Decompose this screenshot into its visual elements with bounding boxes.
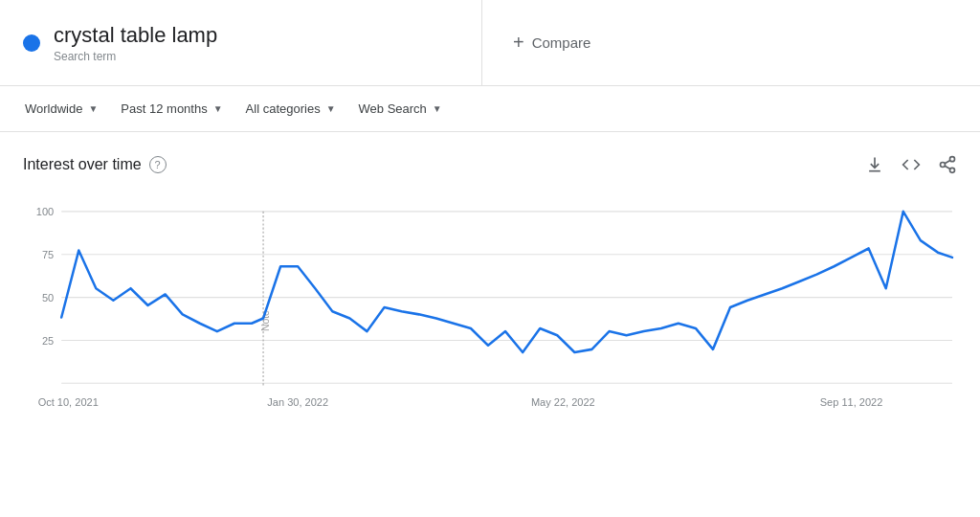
chevron-down-icon: ▼	[433, 103, 442, 114]
time-filter-label: Past 12 months	[121, 101, 207, 116]
svg-line-3	[945, 166, 950, 169]
search-term-section: crystal table lamp Search term	[0, 0, 482, 85]
chart-actions	[865, 155, 957, 174]
plus-icon: +	[513, 32, 524, 54]
svg-point-2	[950, 168, 955, 172]
embed-button[interactable]	[902, 155, 921, 174]
search-term-title: crystal table lamp	[54, 23, 217, 48]
compare-section: + Compare	[482, 0, 980, 85]
help-icon[interactable]: ?	[149, 156, 167, 173]
search-dot	[23, 34, 40, 52]
location-filter[interactable]: Worldwide ▼	[15, 96, 107, 122]
header: crystal table lamp Search term + Compare	[0, 0, 980, 86]
chevron-down-icon: ▼	[326, 103, 336, 114]
svg-text:Oct 10, 2021: Oct 10, 2021	[38, 396, 99, 408]
chart-header: Interest over time ?	[0, 147, 980, 182]
svg-line-4	[945, 160, 950, 163]
search-term-label: Search term	[54, 50, 217, 63]
svg-text:Jan 30, 2022: Jan 30, 2022	[267, 396, 328, 408]
share-button[interactable]	[938, 155, 957, 174]
search-type-filter-label: Web Search	[359, 101, 427, 116]
compare-label: Compare	[532, 34, 591, 51]
svg-text:75: 75	[42, 249, 54, 260]
download-button[interactable]	[865, 155, 884, 174]
compare-button[interactable]: + Compare	[513, 32, 590, 54]
filters-bar: Worldwide ▼ Past 12 months ▼ All categor…	[0, 86, 980, 132]
svg-text:100: 100	[36, 206, 54, 217]
svg-text:50: 50	[42, 292, 54, 303]
chart-container: 100 75 50 25 Note Oct 10, 2021 Jan 30, 2…	[0, 182, 980, 434]
chart-title-area: Interest over time ?	[23, 156, 167, 173]
svg-text:Sep 11, 2022: Sep 11, 2022	[820, 396, 883, 408]
location-filter-label: Worldwide	[25, 101, 82, 116]
time-filter[interactable]: Past 12 months ▼	[111, 96, 232, 122]
svg-text:25: 25	[42, 334, 54, 346]
svg-point-1	[941, 163, 946, 168]
chart-title: Interest over time	[23, 156, 142, 173]
category-filter[interactable]: All categories ▼	[236, 96, 345, 122]
svg-point-0	[950, 157, 955, 162]
chart-section: Interest over time ? 100 75 50	[0, 132, 980, 434]
svg-text:May 22, 2022: May 22, 2022	[531, 396, 595, 408]
search-type-filter[interactable]: Web Search ▼	[349, 96, 452, 122]
search-term-info: crystal table lamp Search term	[54, 23, 217, 63]
chevron-down-icon: ▼	[88, 103, 98, 114]
trend-line	[61, 212, 952, 352]
chevron-down-icon: ▼	[213, 103, 223, 114]
trend-chart: 100 75 50 25 Note Oct 10, 2021 Jan 30, 2…	[15, 191, 957, 421]
category-filter-label: All categories	[246, 101, 321, 116]
